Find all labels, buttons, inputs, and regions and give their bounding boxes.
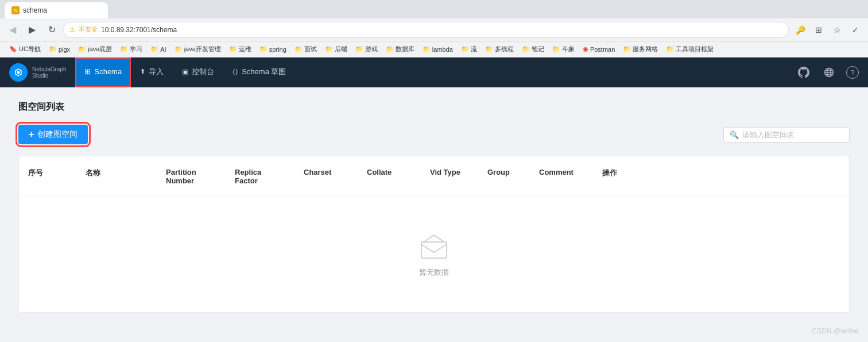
col-header-partition-number: PartitionNumber	[157, 163, 226, 190]
nav-item-import[interactable]: ⬆ 导入	[131, 57, 173, 87]
bookmark-lambda[interactable]: 📁 lambda	[419, 44, 456, 54]
logo-subtitle: Studio	[32, 72, 66, 79]
github-button[interactable]	[796, 64, 812, 80]
bookmark-backend[interactable]: 📁 后端	[321, 44, 351, 55]
profiles-button[interactable]: ⊞	[811, 22, 827, 38]
create-btn-plus-icon: +	[29, 129, 34, 140]
bookmark-interview[interactable]: 📁 面试	[291, 44, 320, 55]
search-box[interactable]: 🔍	[723, 127, 850, 143]
svg-point-1	[17, 71, 20, 74]
bookmark-uc[interactable]: 🔖 UC导航	[6, 44, 44, 55]
browser-tab[interactable]: N schema	[5, 2, 108, 18]
bookmark-java-layer-label: java底层	[88, 45, 112, 53]
bookmark-postman[interactable]: ◉ Postman	[579, 44, 618, 54]
main-content: 图空间列表 + 创建图空间 🔍 序号 名称 PartitionNumber Re	[0, 87, 868, 342]
nav-item-schema[interactable]: ⊞ Schema	[75, 57, 131, 87]
bookmark-ai-folder-icon: 📁	[150, 45, 158, 53]
app-container: NebulaGraph Studio ⊞ Schema ⬆ 导入 ▣ 控制台 ⟨…	[0, 57, 868, 342]
col-header-replica-factor: ReplicaFactor	[226, 163, 294, 190]
nav-item-schema-label: Schema	[94, 67, 122, 76]
nav-item-console[interactable]: ▣ 控制台	[173, 57, 223, 87]
col-header-name: 名称	[76, 163, 157, 190]
bookmark-spring-label: spring	[269, 46, 286, 53]
table-header: 序号 名称 PartitionNumber ReplicaFactor Char…	[19, 156, 849, 197]
help-button[interactable]: ?	[846, 66, 859, 79]
extensions-button[interactable]: 🔑	[792, 22, 808, 38]
bookmark-multithread-label: 多线程	[495, 45, 514, 53]
bookmark-spring[interactable]: 📁 spring	[256, 44, 290, 54]
bookmark-db[interactable]: 📁 数据库	[382, 44, 418, 55]
col-header-actions: 操作	[593, 163, 650, 190]
bookmark-pigx-label: pigx	[59, 46, 70, 53]
col-header-vid-type: Vid Type	[421, 163, 478, 190]
create-space-button[interactable]: + 创建图空间	[18, 125, 88, 144]
create-btn-label: 创建图空间	[37, 129, 78, 140]
bookmark-java-layer[interactable]: 📁 java底层	[75, 44, 115, 55]
bookmark-elephant[interactable]: 📁 斗象	[549, 44, 578, 55]
bookmark-button[interactable]: ☆	[829, 22, 845, 38]
search-input[interactable]	[742, 130, 843, 139]
browser-toolbar: ◀ ▶ ↻ ⚠ 不安全 10.0.89.32:7001/schema 🔑 ⊞ ☆…	[0, 18, 868, 41]
bookmark-study[interactable]: 📁 学习	[117, 44, 146, 55]
watermark-text: CSDN @wnfee	[812, 327, 859, 335]
empty-state: 暂无数据	[19, 197, 849, 312]
bookmark-interview-label: 面试	[304, 45, 317, 53]
bookmark-postman-label: Postman	[590, 46, 615, 53]
app-nav: NebulaGraph Studio ⊞ Schema ⬆ 导入 ▣ 控制台 ⟨…	[0, 57, 868, 87]
bookmark-uc-label: UC导航	[19, 45, 41, 53]
svg-rect-7	[421, 242, 447, 258]
bookmark-game[interactable]: 📁 游戏	[352, 44, 381, 55]
bookmark-postman-icon: ◉	[583, 45, 588, 53]
bookmark-backend-folder-icon: 📁	[325, 45, 333, 53]
nav-refresh-button[interactable]: ↻	[44, 22, 60, 38]
bookmark-java-mgmt[interactable]: 📁 java开发管理	[171, 44, 224, 55]
col-header-comment: Comment	[530, 163, 593, 190]
bookmark-multithread-folder-icon: 📁	[485, 45, 493, 53]
account-button[interactable]: ✓	[847, 22, 863, 38]
bookmark-uc-icon: 🔖	[9, 45, 17, 53]
empty-icon	[417, 232, 451, 260]
nav-item-console-label: 控制台	[192, 67, 214, 77]
bookmark-stream-label: 流	[471, 45, 477, 53]
bookmark-spring-folder-icon: 📁	[259, 45, 268, 53]
logo-area: NebulaGraph Studio	[9, 63, 75, 82]
bookmark-ops-label: 运维	[239, 45, 251, 53]
address-url: 10.0.89.32:7001/schema	[101, 26, 177, 34]
browser-actions: 🔑 ⊞ ☆ ✓	[792, 22, 863, 38]
bookmark-notes-folder-icon: 📁	[522, 45, 530, 53]
bookmark-tools[interactable]: 📁 工具项目框架	[662, 44, 717, 55]
nav-item-schema-draft[interactable]: ⟨⟩ Schema 草图	[223, 57, 295, 87]
bookmark-pigx[interactable]: 📁 pigx	[45, 44, 73, 54]
bookmark-service-mesh[interactable]: 📁 服务网格	[619, 44, 661, 55]
nav-item-schema-draft-icon: ⟨⟩	[232, 68, 238, 76]
nav-back-button[interactable]: ◀	[5, 22, 21, 38]
bookmark-ai[interactable]: 📁 AI	[147, 44, 169, 54]
tab-favicon: N	[11, 6, 20, 14]
toolbar-row: + 创建图空间 🔍	[18, 125, 850, 144]
col-header-group: Group	[478, 163, 530, 190]
bookmark-interview-folder-icon: 📁	[294, 45, 303, 53]
empty-text: 暂无数据	[419, 267, 449, 278]
bookmark-service-mesh-label: 服务网格	[633, 45, 658, 53]
bookmark-db-label: 数据库	[396, 45, 414, 53]
nav-item-schema-icon: ⊞	[84, 67, 91, 76]
bookmark-backend-label: 后端	[335, 45, 347, 53]
address-bar[interactable]: ⚠ 不安全 10.0.89.32:7001/schema	[63, 22, 789, 38]
bookmark-ops[interactable]: 📁 运维	[226, 44, 255, 55]
bookmark-game-label: 游戏	[365, 45, 378, 53]
nav-forward-button[interactable]: ▶	[24, 22, 40, 38]
bookmark-service-mesh-folder-icon: 📁	[623, 45, 631, 53]
bookmark-ai-label: AI	[160, 46, 166, 53]
logo-text: NebulaGraph Studio	[32, 66, 66, 79]
bookmark-notes[interactable]: 📁 笔记	[518, 44, 548, 55]
nav-item-import-label: 导入	[149, 67, 164, 77]
bookmark-stream[interactable]: 📁 流	[458, 44, 480, 55]
browser-chrome: N schema ◀ ▶ ↻ ⚠ 不安全 10.0.89.32:7001/sch…	[0, 0, 868, 57]
nav-item-schema-draft-label: Schema 草图	[242, 67, 286, 77]
language-button[interactable]	[821, 64, 837, 80]
col-header-collate: Collate	[358, 163, 421, 190]
bookmark-notes-label: 笔记	[532, 45, 544, 53]
bookmark-multithread[interactable]: 📁 多线程	[482, 44, 517, 55]
logo-icon	[9, 63, 28, 82]
bookmark-game-folder-icon: 📁	[355, 45, 363, 53]
